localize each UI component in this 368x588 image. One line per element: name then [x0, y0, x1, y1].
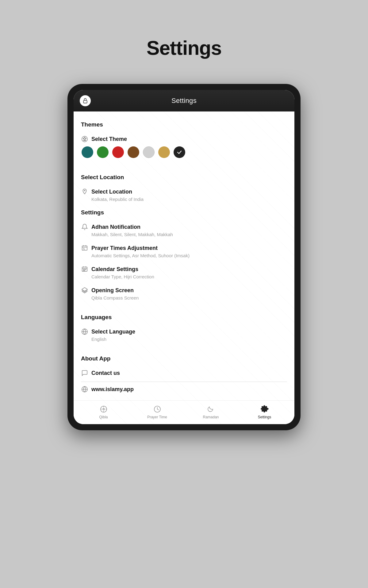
- nav-item-prayer-time[interactable]: Prayer Time: [147, 405, 168, 419]
- header-title: Settings: [171, 97, 197, 105]
- settings-nav-label: Settings: [258, 415, 271, 419]
- svg-point-2: [83, 138, 84, 139]
- about-section-header: About App: [81, 355, 287, 362]
- location-value: Kolkata, Republic of India: [81, 197, 287, 202]
- prayer-times-row[interactable]: Prayer Times Adjustment Automatic Settin…: [81, 242, 287, 263]
- theme-colors: [81, 146, 287, 158]
- about-divider: [81, 382, 287, 382]
- device-frame: Settings Themes: [67, 84, 301, 430]
- svg-point-4: [85, 138, 86, 139]
- location-section-header: Select Location: [81, 174, 287, 181]
- calendar-icon: [81, 266, 88, 273]
- svg-point-5: [84, 190, 85, 191]
- adhan-sub: Makkah, Silent, Silent, Makkah, Makkah: [81, 232, 287, 237]
- website-globe-icon: [81, 386, 88, 393]
- qibla-nav-icon: [99, 405, 108, 413]
- prayer-time-nav-icon: [153, 405, 162, 413]
- nav-item-ramadan[interactable]: Ramadan: [200, 405, 222, 419]
- opening-screen-title: Opening Screen: [81, 287, 287, 294]
- prayer-adjust-icon: [81, 244, 88, 252]
- calendar-settings-title: Calendar Settings: [81, 266, 287, 273]
- location-pin-icon: [81, 188, 88, 195]
- svg-rect-6: [82, 246, 87, 251]
- svg-point-10: [86, 269, 86, 270]
- select-theme-row: Select Theme: [81, 133, 287, 165]
- content-area: Themes Select Theme: [74, 111, 294, 424]
- website-label: www.islamy.app: [91, 386, 134, 393]
- layers-icon: [81, 287, 88, 294]
- website-title: www.islamy.app: [81, 386, 287, 393]
- contact-us-row[interactable]: Contact us: [81, 367, 287, 380]
- settings-nav-icon: [260, 405, 269, 413]
- select-language-row[interactable]: Select Language English: [81, 326, 287, 347]
- svg-point-9: [84, 269, 85, 270]
- theme-color-green[interactable]: [97, 146, 109, 158]
- page-title: Settings: [147, 37, 221, 59]
- prayer-times-title: Prayer Times Adjustment: [81, 244, 287, 252]
- theme-color-teal[interactable]: [82, 146, 93, 158]
- language-value: English: [81, 337, 287, 342]
- calendar-settings-label: Calendar Settings: [91, 266, 138, 273]
- themes-section-header: Themes: [81, 121, 287, 128]
- nav-item-qibla[interactable]: Qibla: [93, 405, 114, 419]
- languages-section-header: Languages: [81, 314, 287, 321]
- prayer-times-sub: Automatic Settings, Asr Method, Suhoor (…: [81, 253, 287, 258]
- svg-point-12: [84, 270, 85, 271]
- select-language-label: Select Language: [91, 329, 135, 335]
- theme-color-black[interactable]: [174, 146, 185, 158]
- opening-screen-row[interactable]: Opening Screen Qibla Compass Screen: [81, 284, 287, 305]
- device-inner: Settings Themes: [74, 90, 294, 424]
- opening-screen-label: Opening Screen: [91, 287, 134, 294]
- select-language-title: Select Language: [81, 328, 287, 335]
- theme-color-light-gray[interactable]: [143, 146, 155, 158]
- select-theme-label: Select Theme: [91, 136, 127, 142]
- nav-item-settings[interactable]: Settings: [254, 405, 275, 419]
- opening-screen-sub: Qibla Compass Screen: [81, 295, 287, 300]
- bottom-nav: Qibla Prayer Time: [74, 400, 294, 424]
- contact-us-title: Contact us: [81, 369, 287, 377]
- adhan-label: Adhan Notification: [91, 224, 140, 230]
- svg-rect-0: [83, 100, 87, 103]
- select-theme-title-row: Select Theme: [81, 135, 287, 143]
- adhan-title: Adhan Notification: [81, 223, 287, 231]
- select-location-row[interactable]: Select Location Kolkata, Republic of Ind…: [81, 186, 287, 207]
- prayer-times-label: Prayer Times Adjustment: [91, 245, 158, 251]
- theme-color-brown[interactable]: [128, 146, 139, 158]
- svg-point-3: [84, 137, 85, 138]
- ramadan-nav-label: Ramadan: [203, 415, 219, 419]
- palette-icon: [81, 135, 88, 143]
- content-scroll: Themes Select Theme: [74, 111, 294, 400]
- adhan-notification-row[interactable]: Adhan Notification Makkah, Silent, Silen…: [81, 221, 287, 242]
- select-location-title: Select Location: [81, 188, 287, 195]
- prayer-time-nav-label: Prayer Time: [147, 415, 167, 419]
- app-header: Settings: [74, 90, 294, 111]
- theme-color-red[interactable]: [112, 146, 124, 158]
- svg-point-8: [83, 269, 84, 270]
- lock-icon: [80, 95, 91, 106]
- calendar-settings-row[interactable]: Calendar Settings Calendar Type, Hijri C…: [81, 263, 287, 284]
- ramadan-nav-icon: [207, 405, 215, 413]
- qibla-nav-label: Qibla: [99, 415, 108, 419]
- theme-color-gold[interactable]: [158, 146, 170, 158]
- website-row[interactable]: www.islamy.app: [81, 383, 287, 397]
- chat-icon: [81, 369, 88, 377]
- select-location-label: Select Location: [91, 189, 132, 195]
- settings-section-header: Settings: [81, 209, 287, 216]
- bell-icon: [81, 223, 88, 231]
- calendar-settings-sub: Calendar Type, Hijri Correction: [81, 274, 287, 279]
- globe-icon: [81, 328, 88, 335]
- contact-us-label: Contact us: [91, 370, 120, 376]
- svg-point-11: [83, 270, 84, 271]
